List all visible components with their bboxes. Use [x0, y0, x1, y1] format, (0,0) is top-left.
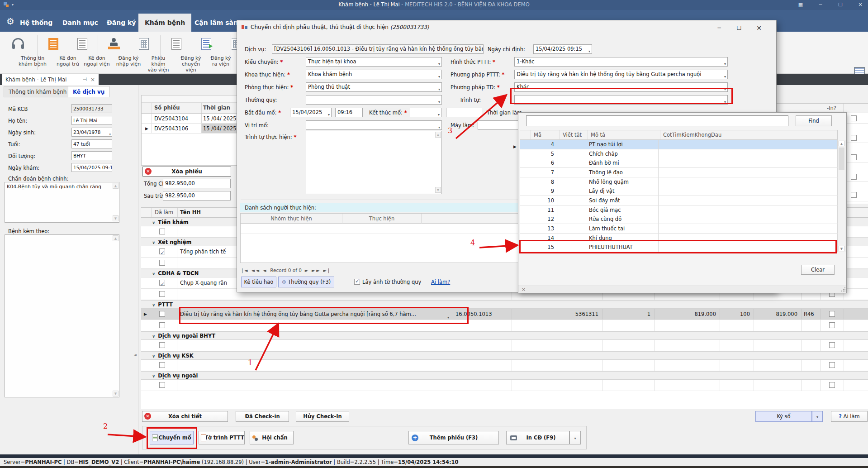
doi-tuong-field[interactable]: BHYT	[71, 151, 112, 160]
trinh-tu-thuc-hien-textarea[interactable]	[306, 131, 442, 194]
scrollbar-thumb[interactable]	[839, 148, 844, 170]
checkin-checkbox[interactable]	[851, 174, 857, 180]
checkin-checkbox[interactable]	[851, 192, 857, 198]
thuong-quy-combo[interactable]: ▾	[306, 95, 442, 105]
clear-button[interactable]: Clear	[801, 265, 835, 275]
find-button[interactable]: Find	[796, 115, 832, 126]
lookup-row[interactable]: 9Lấy dị vật	[520, 186, 838, 196]
dropdown-arrow-icon[interactable]: ▾	[724, 60, 726, 67]
lookup-row[interactable]: 5Chích chắp	[520, 149, 838, 159]
pp-pttt-combo[interactable]: Điều trị tủy răng và hàn kín hệ thống ốn…	[514, 70, 728, 79]
col-so-phieu[interactable]: Số phiếu	[154, 105, 180, 111]
checkin-checkbox[interactable]	[851, 135, 857, 141]
dropdown-arrow-icon[interactable]: ▾	[724, 72, 726, 79]
layout-icon[interactable]: ▦	[793, 1, 808, 9]
checkin-checkbox[interactable]	[829, 382, 835, 388]
col-ma[interactable]: Mã	[531, 130, 560, 139]
col-extra[interactable]	[422, 214, 520, 224]
toolbar-thong-tin-kham-benh[interactable]: Thông tinkhám bệnh	[4, 34, 33, 72]
menu-dang-ky[interactable]: Đăng ký	[100, 14, 142, 32]
toolbar-dang-ky-ra-vien[interactable]: Đăng kýra viện	[192, 34, 221, 72]
scroll-up-icon[interactable]: ▲	[435, 132, 441, 138]
huy-checkin-button[interactable]: Hủy Check-In	[296, 411, 349, 422]
toolbar-phieu-kham-vao-vien[interactable]: Phiếu khámvào viện	[129, 34, 158, 72]
maximize-icon[interactable]: ☐	[833, 1, 848, 9]
lookup-search-input[interactable]	[526, 115, 788, 126]
menu-danh-muc[interactable]: Danh mục	[56, 14, 104, 32]
bat-dau-date-field[interactable]: 15/04/2025▾	[290, 108, 332, 117]
ngay-kham-field[interactable]: 15/04/2025 09:15	[71, 163, 112, 172]
pin-icon[interactable]: ⊣	[82, 74, 87, 85]
service-empty-row[interactable]	[141, 380, 868, 391]
dropdown-arrow-icon[interactable]: ▾	[588, 47, 590, 54]
scroll-up-icon[interactable]: ▲	[113, 183, 119, 189]
them-phieu-button[interactable]: + Thêm phiếu (F3)	[408, 431, 499, 444]
checkin-checkbox[interactable]	[851, 154, 857, 160]
receipt-row-selected[interactable]: ▶ DV25043106 15 /04/ 2025	[142, 124, 239, 134]
service-empty-row[interactable]	[141, 340, 868, 351]
dropdown-arrow-icon[interactable]: ▾	[438, 123, 440, 130]
sau-tru-field[interactable]: 982.950,00	[163, 191, 231, 201]
minimize-icon[interactable]: ─	[813, 1, 828, 9]
xoa-chi-tiet-button[interactable]: ✕ Xóa chi tiết	[142, 411, 228, 422]
lookup-row[interactable]: ▶ 4PT nạo túi lợi	[520, 140, 838, 149]
lookup-row[interactable]: 8Nhổ lông quặm	[520, 177, 838, 187]
xoa-phieu-button[interactable]: ✕ Xóa phiếu	[142, 167, 231, 177]
in-cd-button[interactable]: In CĐ (F9)	[506, 431, 569, 444]
da-checkin-button[interactable]: Đã Check-in	[236, 411, 289, 422]
in-cd-dropdown[interactable]: ▾	[569, 431, 581, 444]
lookup-row[interactable]: 6Đánh bờ mi	[520, 158, 838, 168]
lookup-row[interactable]: 7Thông lệ đạo	[520, 168, 838, 177]
close-icon[interactable]: ×	[90, 74, 95, 85]
lay-anh-checkbox[interactable]	[354, 279, 360, 285]
record-navigator[interactable]: |◄ ◄◄ ◄ Record 0 of 0 ► ►► ►|	[242, 267, 330, 273]
group-dv-ngoai[interactable]: ∨Dịch vụ ngoài	[141, 371, 868, 380]
tong-cp-field[interactable]: 982.950,00	[163, 179, 231, 188]
lookup-row[interactable]: 13Làm thuốc tai	[520, 224, 838, 234]
khoa-combo[interactable]: Khoa khám bệnh▾	[306, 70, 442, 79]
ket-thuc-date-field[interactable]: ▾	[410, 108, 441, 117]
checkin-checkbox[interactable]	[829, 322, 835, 328]
checkin-checkbox[interactable]	[829, 311, 835, 317]
document-tab[interactable]: Khám bệnh - Lê Thị Mai ⊣ ×	[2, 74, 99, 85]
lookup-scrollbar[interactable]: ▲ ▼	[838, 140, 845, 252]
ke-tieu-hao-button[interactable]: Kê tiêu hao	[241, 277, 276, 287]
scroll-down-icon[interactable]: ▼	[113, 215, 119, 221]
dropdown-arrow-icon[interactable]: ▾	[438, 98, 440, 105]
benh-kem-textarea[interactable]	[5, 234, 119, 397]
col-cot-tim-kiem[interactable]: CotTimKiemKhongDau	[660, 130, 838, 139]
dropdown-arrow-icon[interactable]: ▾	[109, 130, 111, 137]
hoi-chan-button[interactable]: Hội chẩn	[250, 431, 294, 444]
menu-kham-benh[interactable]: Khám bệnh	[138, 14, 191, 32]
resize-grip-icon[interactable]	[841, 287, 845, 292]
close-icon[interactable]: ×	[522, 287, 526, 292]
scroll-down-icon[interactable]: ▼	[113, 391, 119, 396]
dropdown-arrow-icon[interactable]: ▾	[438, 72, 440, 79]
vi-tri-combo[interactable]: ▾	[306, 120, 442, 130]
ky-so-button[interactable]: Ký số	[755, 411, 812, 422]
ket-thuc-time-field[interactable]	[446, 108, 482, 117]
close-icon[interactable]: ✕	[751, 23, 767, 33]
ai-lam-button[interactable]: ? Ai làm	[831, 411, 868, 422]
hinh-thuc-combo[interactable]: 1-Khác▾	[514, 57, 728, 67]
maximize-icon[interactable]: ☐	[731, 23, 747, 33]
ho-ten-field[interactable]: Lê Thị Mai	[71, 116, 112, 125]
dropdown-arrow-icon[interactable]: ▾	[438, 110, 440, 117]
toolbar-dang-ky-nhap-vien[interactable]: Đăng kýnhập viện	[100, 34, 128, 72]
scroll-up-icon[interactable]: ▲	[839, 141, 844, 146]
toolbar-dang-ky-chuyen-vien[interactable]: Đăng kýchuyển viện	[162, 34, 191, 72]
toolbar-ke-don-ngoai-vien[interactable]: Kê đơnngoại viện	[68, 34, 97, 72]
minimize-icon[interactable]: ─	[711, 23, 727, 33]
panel-collapse-icon[interactable]: ◄	[133, 350, 138, 360]
tab-thong-tin-kham-benh[interactable]: Thông tin khám bệnh	[4, 86, 71, 97]
receipt-row[interactable]: DV25043104 15 /04/ 2025	[142, 114, 239, 124]
ky-so-dropdown[interactable]: ▾	[812, 411, 823, 422]
close-icon[interactable]: ✕	[853, 1, 868, 9]
lookup-row[interactable]: 12Rửa cùng đồ	[520, 215, 838, 224]
menu-he-thong[interactable]: Hệ thống	[14, 14, 59, 32]
tuoi-field[interactable]: 47 tuổi	[71, 139, 112, 148]
phong-combo[interactable]: Phòng thủ thuật▾	[306, 82, 442, 92]
col-thuc-hien[interactable]: Thực hiện	[342, 214, 422, 224]
col-mo-ta[interactable]: Mô tả	[588, 130, 660, 139]
bat-dau-time-field[interactable]: 09:16	[335, 108, 363, 117]
